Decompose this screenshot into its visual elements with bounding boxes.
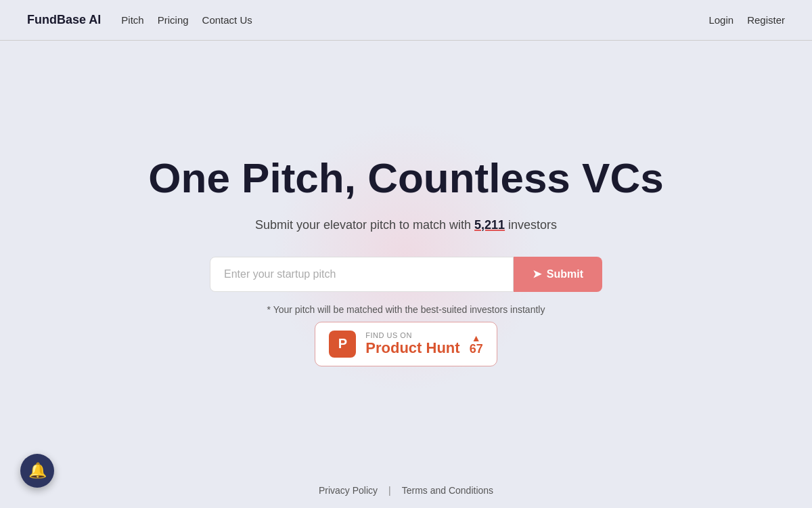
hero-subtitle: Submit your elevator pitch to match with… <box>255 218 557 232</box>
footer: Privacy Policy | Terms and Conditions <box>0 474 812 507</box>
header-right: Login Register <box>708 14 785 26</box>
bell-icon: 🔔 <box>28 462 47 480</box>
subtitle-after: investors <box>505 218 557 232</box>
send-icon: ➤ <box>533 268 541 280</box>
ph-arrow-icon: ▲ <box>472 333 481 343</box>
register-link[interactable]: Register <box>747 14 785 26</box>
main-content: One Pitch, Countless VCs Submit your ele… <box>0 41 812 474</box>
hero-title: One Pitch, Countless VCs <box>148 155 663 201</box>
pitch-note: * Your pitch will be matched with the be… <box>267 304 545 315</box>
header: FundBase AI Pitch Pricing Contact Us Log… <box>0 0 812 41</box>
ph-find-us-label: FIND US ON <box>365 331 459 339</box>
nav-contact[interactable]: Contact Us <box>202 14 252 26</box>
nav-pitch[interactable]: Pitch <box>121 14 143 26</box>
login-link[interactable]: Login <box>708 14 734 26</box>
ph-upvotes: ▲ 67 <box>470 333 483 355</box>
pitch-input[interactable] <box>210 257 514 292</box>
nav-pricing[interactable]: Pricing <box>158 14 189 26</box>
investor-count: 5,211 <box>474 218 505 232</box>
submit-label: Submit <box>547 268 583 280</box>
pitch-form: ➤ Submit <box>210 257 602 292</box>
product-hunt-logo: P <box>329 331 356 358</box>
submit-button[interactable]: ➤ Submit <box>514 257 602 292</box>
nav: Pitch Pricing Contact Us <box>121 14 252 26</box>
product-hunt-badge[interactable]: P FIND US ON Product Hunt ▲ 67 <box>315 322 497 366</box>
logo[interactable]: FundBase AI <box>27 13 101 27</box>
product-hunt-text: FIND US ON Product Hunt <box>365 331 459 357</box>
ph-count: 67 <box>470 343 483 355</box>
footer-separator: | <box>388 485 391 496</box>
terms-link[interactable]: Terms and Conditions <box>402 485 493 496</box>
ph-name: Product Hunt <box>365 339 459 357</box>
subtitle-before: Submit your elevator pitch to match with <box>255 218 474 232</box>
header-left: FundBase AI Pitch Pricing Contact Us <box>27 13 252 27</box>
product-hunt-section: P FIND US ON Product Hunt ▲ 67 <box>315 315 497 387</box>
floating-bell-button[interactable]: 🔔 <box>20 454 54 488</box>
privacy-policy-link[interactable]: Privacy Policy <box>319 485 378 496</box>
